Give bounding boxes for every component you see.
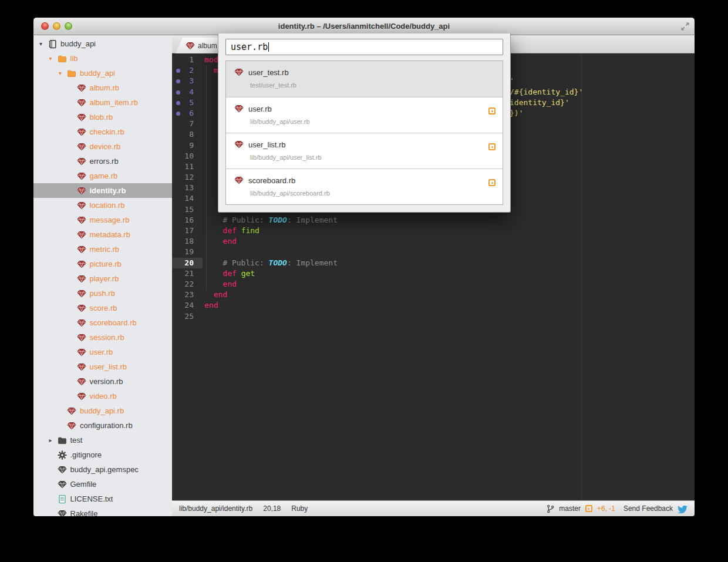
code-line-23[interactable]: end [203,290,695,300]
search-results-list: user_test.rbtest/user_test.rbuser.rblib/… [225,60,503,205]
sidebar-item-user-list-rb[interactable]: user_list.rb [33,359,172,374]
minimize-button[interactable] [53,22,60,30]
code-line-22[interactable]: end [203,279,695,290]
search-result-user-test-rb[interactable]: user_test.rbtest/user_test.rb [226,61,503,97]
line-number-3: 3 [172,76,203,86]
line-number-16: 16 [172,215,203,226]
sidebar-item-label: buddy_api [80,69,115,78]
sidebar-item-picture-rb[interactable]: picture.rb [33,257,172,271]
sidebar-item-metric-rb[interactable]: metric.rb [33,242,172,257]
sidebar-item-album-item-rb[interactable]: album_item.rb [33,95,172,110]
ruby-dark-icon [58,465,68,474]
goto-anything-overlay: user.rb user_test.rbtest/user_test.rbuse… [218,33,511,213]
code-line-20[interactable]: # Public: TODO: Implement [203,258,695,268]
code-line-21[interactable]: def get [203,268,695,279]
close-button[interactable] [41,22,49,30]
sidebar-item-version-rb[interactable]: version.rb [33,374,172,389]
sidebar-item-label: Rakefile [70,509,98,516]
result-filename: user.rb [248,105,272,113]
search-result-user-list-rb[interactable]: user_list.rblib/buddy_api/user_list.rb [226,133,503,169]
ruby-icon [77,260,87,269]
send-feedback-link[interactable]: Send Feedback [623,504,673,513]
code-token: end [214,290,227,299]
zoom-button[interactable] [65,22,72,30]
line-number-4: 4 [172,87,203,97]
window-title: identity.rb – /Users/ianmitchell/Code/bu… [33,18,695,35]
sidebar-item-album-rb[interactable]: album.rb [33,80,172,95]
sidebar-item-gemfile[interactable]: Gemfile [33,477,172,492]
code-line-18[interactable]: end [203,236,695,247]
book-icon [48,39,58,49]
sidebar-item-label: metric.rb [90,245,120,254]
search-result-scoreboard-rb[interactable]: scoreboard.rblib/buddy_api/scoreboard.rb [226,169,503,204]
result-filepath: test/user_test.rb [234,82,496,89]
code-line-25[interactable] [203,311,695,322]
line-number-18: 18 [172,236,203,247]
sidebar-item-configuration-rb[interactable]: configuration.rb [33,418,172,433]
sidebar-item-metadata-rb[interactable]: metadata.rb [33,227,172,242]
sidebar-item-test[interactable]: ▸test [33,433,172,447]
sidebar-item-device-rb[interactable]: device.rb [33,139,172,154]
window-controls [41,22,72,30]
code-token: end [223,280,236,288]
sidebar-item-errors-rb[interactable]: errors.rb [33,154,172,169]
sidebar-item-license-txt[interactable]: LICENSE.txt [33,492,172,506]
code-token: end [204,301,218,309]
sidebar-item-video-rb[interactable]: video.rb [33,389,172,403]
folder-icon [67,69,77,78]
sidebar-item-label: picture.rb [90,260,122,268]
result-filename: scoreboard.rb [248,176,295,185]
code-string-fragment: identity_id}' [510,97,569,108]
disclosure-right-icon[interactable]: ▸ [48,437,58,443]
sidebar-item-label: errors.rb [90,157,119,166]
modified-indicator-icon [585,505,592,512]
sidebar-item-identity-rb[interactable]: identity.rb [33,183,172,198]
sidebar-item-label: score.rb [90,304,117,312]
sidebar-item-label: session.rb [90,333,124,342]
code-line-17[interactable]: def find [203,226,695,236]
sidebar-file-tree: ▾buddy_api▾lib▾buddy_apialbum.rbalbum_it… [33,35,172,516]
sidebar-item-blob-rb[interactable]: blob.rb [33,110,172,124]
code-token: find [241,226,259,235]
sidebar-item-buddy-api[interactable]: ▾buddy_api [33,66,172,80]
sidebar-item-label: message.rb [90,216,130,224]
sidebar-item-score-rb[interactable]: score.rb [33,301,172,315]
sidebar-item-checkin-rb[interactable]: checkin.rb [33,124,172,139]
code-line-24[interactable]: end [203,300,695,311]
sidebar-item-label: configuration.rb [80,421,133,430]
code-line-16[interactable]: # Public: TODO: Implement [203,215,695,226]
code-line-19[interactable] [203,247,695,257]
result-name-row: user.rb [234,104,496,113]
sidebar-item-rakefile[interactable]: Rakefile [33,506,172,516]
sidebar-item-label: album.rb [90,83,120,92]
search-result-user-rb[interactable]: user.rblib/buddy_api/user.rb [226,97,503,133]
status-language[interactable]: Ruby [291,504,308,513]
line-number-19: 19 [172,247,203,257]
sidebar-item-lib[interactable]: ▾lib [33,51,172,66]
title-bar[interactable]: identity.rb – /Users/ianmitchell/Code/bu… [33,18,695,35]
sidebar-item-message-rb[interactable]: message.rb [33,213,172,227]
sidebar-item-gitignore[interactable]: .gitignore [33,447,172,462]
sidebar-item-game-rb[interactable]: game.rb [33,169,172,183]
twitter-icon[interactable] [678,504,687,513]
sidebar-item-user-rb[interactable]: user.rb [33,345,172,359]
code-token [237,226,241,235]
disclosure-down-icon[interactable]: ▾ [58,70,67,76]
git-branch-label[interactable]: master [559,504,581,513]
line-number-11: 11 [172,161,203,172]
file-search-input[interactable]: user.rb [225,39,503,55]
sidebar-item-session-rb[interactable]: session.rb [33,330,172,345]
sidebar-item-scoreboard-rb[interactable]: scoreboard.rb [33,315,172,330]
modified-indicator-icon [488,179,496,186]
result-filename: user_test.rb [248,68,289,77]
sidebar-item-location-rb[interactable]: location.rb [33,198,172,213]
sidebar-item-player-rb[interactable]: player.rb [33,271,172,286]
sidebar-item-buddy-api[interactable]: ▾buddy_api [33,36,172,51]
sidebar-item-buddy-api-rb[interactable]: buddy_api.rb [33,403,172,418]
disclosure-down-icon[interactable]: ▾ [38,41,48,47]
sidebar-item-buddy-api-gemspec[interactable]: buddy_api.gemspec [33,462,172,477]
expand-icon[interactable] [681,22,689,31]
disclosure-down-icon[interactable]: ▾ [48,55,58,62]
sidebar-item-push-rb[interactable]: push.rb [33,286,172,301]
sidebar-item-label: buddy_api.gemspec [70,465,139,474]
